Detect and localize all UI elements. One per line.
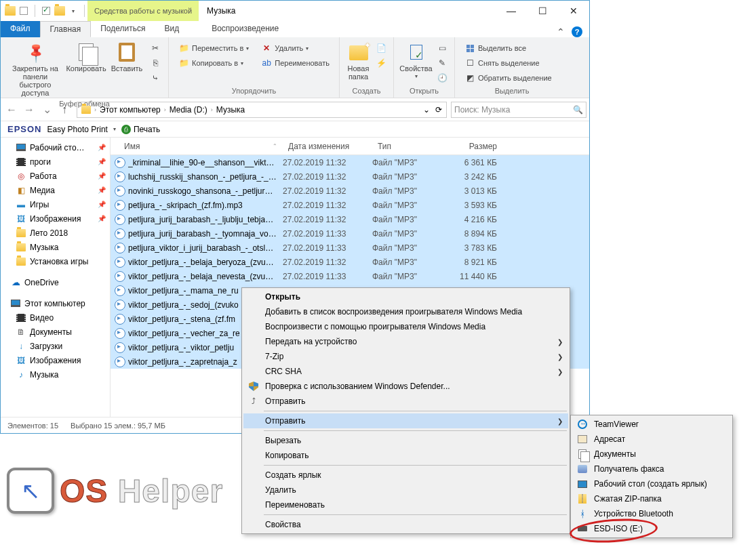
sendto-teamviewer[interactable]: TeamViewer — [572, 417, 731, 432]
sendto-desktop[interactable]: Рабочий стол (создать ярлык) — [572, 476, 731, 491]
selectall-button[interactable]: Выделить все — [462, 41, 555, 55]
file-row[interactable]: petljura_jurij_barabash_-_ljublju_tebja_… — [111, 212, 589, 226]
forward-button[interactable]: → — [21, 102, 37, 118]
copyto-button[interactable]: 📁Копировать в▾ — [176, 56, 252, 70]
qat-folder-icon[interactable] — [54, 5, 65, 16]
ctx-sendto[interactable]: Отправить❯ — [243, 413, 568, 428]
minimize-button[interactable]: — — [496, 1, 527, 21]
search-box[interactable]: Поиск: Музыка 🔍 — [451, 102, 586, 118]
file-row[interactable]: viktor_petljura_-_belaja_beryoza_(zvukof… — [111, 255, 589, 269]
ctx-cast[interactable]: Передать на устройство❯ — [243, 334, 568, 349]
tab-share[interactable]: Поделиться — [91, 21, 155, 37]
ctx-add-wmp[interactable]: Добавить в список воспроизведения проигр… — [243, 304, 568, 319]
up-button[interactable]: ↑ — [56, 102, 73, 118]
tree-video[interactable]: Видео — [1, 310, 110, 325]
tree-docs[interactable]: 🗎Документы — [1, 325, 110, 339]
breadcrumb-media[interactable]: Media (D:) — [167, 102, 210, 117]
ctx-cut[interactable]: Вырезать — [243, 433, 568, 448]
tree-rabota[interactable]: ◎Работа📌 — [1, 169, 110, 183]
ctx-copy[interactable]: Копировать — [243, 448, 568, 463]
address-bar[interactable]: › Этот компьютер › Media (D:) › Музыка ⌄… — [77, 102, 447, 118]
refresh-button[interactable]: ⟳ — [433, 102, 445, 117]
ctx-7zip[interactable]: 7-Zip❯ — [243, 349, 568, 364]
tree-images2[interactable]: 🖼Изображения — [1, 353, 110, 367]
addr-root-icon[interactable] — [79, 102, 94, 117]
tree-music2[interactable]: ♪Музыка — [1, 367, 110, 382]
tree-thispc[interactable]: Этот компьютер — [1, 296, 110, 310]
tree-media[interactable]: ◧Медиа📌 — [1, 183, 110, 197]
cut-small-button[interactable]: ✂ — [147, 41, 163, 55]
tree-progi[interactable]: проги📌 — [1, 155, 110, 169]
pasteshortcut-small-button[interactable]: ⤷ — [147, 71, 163, 85]
ctx-defender[interactable]: Проверка с использованием Windows Defend… — [243, 379, 568, 394]
app-icon[interactable] — [5, 5, 16, 16]
epson-epp-label[interactable]: Easy Photo Print — [47, 125, 108, 134]
rename-button[interactable]: abПереименовать — [258, 56, 332, 70]
sendto-bluetooth[interactable]: ᚼУстройство Bluetooth — [572, 506, 731, 521]
sendto-esd[interactable]: ESD-ISO (E:) — [572, 521, 731, 536]
tab-music[interactable]: Воспроизведение — [202, 21, 288, 37]
addr-dropdown[interactable]: ⌄ — [420, 102, 433, 117]
ctx-props[interactable]: Свойства — [243, 517, 568, 532]
easyaccess-button[interactable]: ⚡ — [373, 56, 389, 70]
file-row[interactable]: petljura_-_skripach_(zf.fm).mp3 27.02.20… — [111, 198, 589, 212]
col-name[interactable]: Имя⌃ — [111, 142, 283, 151]
navigation-tree[interactable]: Рабочий сто…📌 проги📌 ◎Работа📌 ◧Медиа📌 ▬И… — [1, 138, 111, 417]
tree-games[interactable]: ▬Игры📌 — [1, 197, 110, 211]
sendto-docs[interactable]: Документы — [572, 447, 731, 462]
tree-leto[interactable]: Лето 2018 — [1, 226, 110, 240]
tab-view[interactable]: Вид — [155, 21, 188, 37]
selectinvert-button[interactable]: ◩Обратить выделение — [462, 71, 555, 85]
tree-desktop[interactable]: Рабочий сто…📌 — [1, 140, 110, 155]
qat-properties-checkbox[interactable] — [18, 5, 29, 16]
file-row[interactable]: petljura_viktor_i_jurij_barabash_-_otslu… — [111, 241, 589, 255]
newfolder-button[interactable]: ✦ Новая папка — [344, 39, 373, 83]
copypath-small-button[interactable]: ⎘ — [147, 56, 163, 70]
tab-file[interactable]: Файл — [1, 21, 40, 37]
file-row[interactable]: _kriminal__lihie_90-e__shanson__viktor_p… — [111, 155, 589, 169]
tree-images[interactable]: 🖼Изображения📌 — [1, 211, 110, 226]
ctx-play-wmp[interactable]: Воспроизвести с помощью проигрывателя Wi… — [243, 319, 568, 334]
breadcrumb-thispc[interactable]: Этот компьютер — [97, 102, 163, 117]
copy-button[interactable]: Копировать — [66, 39, 106, 75]
tree-downloads[interactable]: ↓Загрузки — [1, 339, 110, 353]
print-button[interactable]: ⎙ Печать — [121, 125, 160, 134]
collapse-ribbon-icon[interactable]: ⌃ — [557, 26, 565, 37]
moveto-button[interactable]: 📁Переместить в▾ — [176, 41, 252, 55]
qat-newfolder-checkbox[interactable] — [41, 5, 52, 16]
sendto-adresat[interactable]: Адресат — [572, 432, 731, 447]
ctx-share[interactable]: ⤴Отправить — [243, 394, 568, 409]
ctx-delete[interactable]: Удалить — [243, 483, 568, 497]
tab-home[interactable]: Главная — [40, 21, 92, 37]
tree-install[interactable]: Установка игры — [1, 254, 110, 268]
ctx-rename[interactable]: Переименовать — [243, 497, 568, 512]
delete-button[interactable]: ✕Удалить▾ — [258, 41, 332, 55]
col-type[interactable]: Тип — [372, 142, 447, 151]
sendto-fax[interactable]: Получатель факса — [572, 462, 731, 476]
ctx-shortcut[interactable]: Создать ярлык — [243, 468, 568, 483]
newitem-button[interactable]: 📄 — [373, 41, 389, 55]
pin-quickaccess-button[interactable]: 📌 Закрепить на панели быстрого доступа — [5, 39, 66, 100]
tree-onedrive[interactable]: ☁OneDrive — [1, 275, 110, 289]
close-button[interactable]: ✕ — [558, 1, 589, 21]
back-button[interactable]: ← — [3, 102, 20, 118]
sendto-zip[interactable]: Сжатая ZIP-папка — [572, 491, 731, 506]
file-row[interactable]: petljura_jurij_barabash_-_tyomnaja_voda.… — [111, 226, 589, 241]
help-icon[interactable]: ? — [572, 26, 582, 37]
qat-customize-dropdown[interactable]: ▾ — [68, 5, 79, 16]
file-row[interactable]: luchshij_russkij_shanson_-_petljura_-_pl… — [111, 169, 589, 184]
history-dropdown[interactable]: ⌄ — [39, 102, 55, 118]
file-row[interactable]: viktor_petljura_-_belaja_nevesta_(zvukof… — [111, 269, 589, 283]
maximize-button[interactable]: ☐ — [527, 1, 558, 21]
breadcrumb-music[interactable]: Музыка — [214, 102, 247, 117]
col-size[interactable]: Размер — [447, 142, 508, 151]
properties-button[interactable]: Свойства▾ — [398, 39, 434, 83]
ctx-crcsha[interactable]: CRC SHA❯ — [243, 364, 568, 379]
tree-music[interactable]: Музыка — [1, 240, 110, 254]
paste-button[interactable]: Вставить — [106, 39, 147, 75]
history-small-button[interactable]: 🕘 — [434, 71, 450, 85]
col-date[interactable]: Дата изменения — [283, 142, 372, 151]
selectnone-button[interactable]: ☐Снять выделение — [462, 56, 555, 70]
ctx-open[interactable]: Открыть — [243, 289, 568, 304]
edit-small-button[interactable]: ✎ — [434, 56, 450, 70]
